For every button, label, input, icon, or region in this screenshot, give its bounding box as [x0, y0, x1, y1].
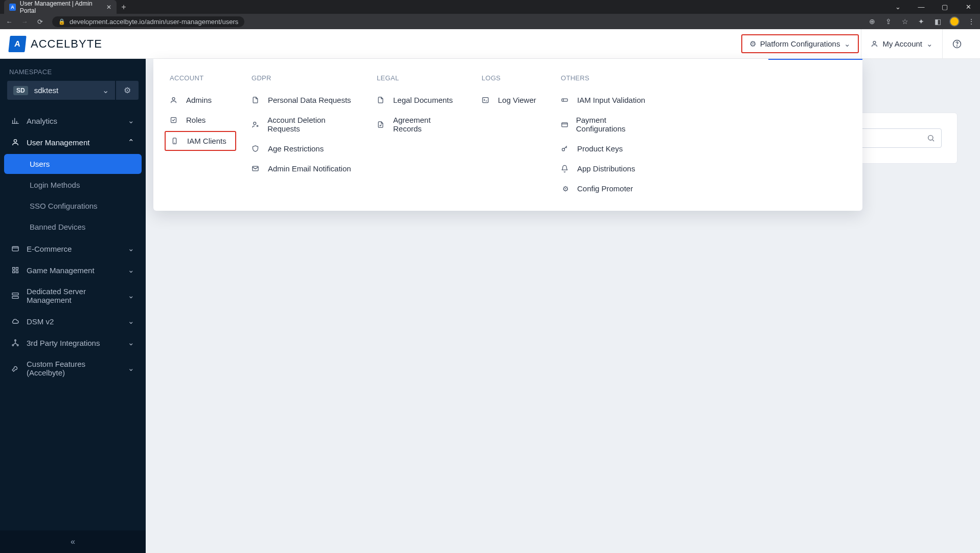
chevron-down-icon[interactable]: ⌄: [886, 0, 909, 14]
sidebar-item-label: Game Management: [27, 266, 95, 275]
mega-heading: LOGS: [476, 74, 545, 82]
kebab-menu-icon[interactable]: ⋮: [967, 17, 976, 26]
chevron-down-icon: ⌄: [128, 116, 134, 125]
sidebar-collapse-button[interactable]: «: [0, 530, 146, 553]
mega-item-label: App Distributions: [577, 164, 635, 173]
close-window-icon[interactable]: ✕: [956, 0, 980, 14]
mega-item-personal-data-requests[interactable]: Personal Data Requests: [246, 91, 361, 109]
mega-item-log-viewer[interactable]: Log Viewer: [476, 91, 545, 109]
mega-item-age-restrictions[interactable]: Age Restrictions: [246, 140, 361, 158]
share-icon[interactable]: ⇪: [884, 17, 893, 26]
checkbox-icon: [170, 116, 179, 124]
minimize-icon[interactable]: —: [909, 0, 933, 14]
new-tab-button[interactable]: +: [117, 0, 131, 14]
gear-icon: ⚙: [561, 185, 570, 193]
svg-point-3: [14, 140, 16, 142]
mega-item-label: Payment Configurations: [576, 116, 648, 133]
toolbar-right: ⊕ ⇪ ☆ ✦ ◧ ⋮: [868, 16, 976, 27]
forward-button: →: [19, 18, 30, 26]
sidebar-item-label: Users: [30, 160, 50, 168]
close-tab-icon[interactable]: ✕: [106, 4, 111, 11]
browser-tab[interactable]: A User Management | Admin Portal ✕: [4, 0, 117, 14]
svg-rect-5: [13, 268, 15, 270]
reload-button[interactable]: ⟳: [35, 18, 45, 26]
mega-heading: LEGAL: [372, 74, 466, 82]
mega-item-admins[interactable]: Admins: [165, 91, 236, 109]
browser-chrome: A User Management | Admin Portal ✕ + ⌄ —…: [0, 0, 980, 29]
mega-item-admin-email-notification[interactable]: Admin Email Notification: [246, 160, 361, 178]
mega-item-roles[interactable]: Roles: [165, 111, 236, 129]
bookmark-icon[interactable]: ☆: [900, 17, 909, 26]
mega-item-agreement-records[interactable]: Agreement Records: [372, 111, 466, 138]
svg-rect-8: [16, 271, 18, 273]
svg-rect-20: [483, 98, 488, 103]
mega-item-config-promoter[interactable]: ⚙ Config Promoter: [556, 180, 653, 197]
platform-configurations-button[interactable]: ⚙ Platform Configurations ⌄: [741, 34, 859, 53]
sidebar-subitem-login-methods[interactable]: Login Methods: [4, 175, 142, 195]
wrench-icon: [11, 364, 19, 372]
namespace-selector-row: SD sdktest ⌄ ⚙: [0, 81, 146, 107]
mega-item-payment-configurations[interactable]: Payment Configurations: [556, 111, 653, 138]
sidebar-item-user-management[interactable]: User Management ⌃: [0, 131, 146, 153]
mail-icon: [252, 165, 261, 172]
sidebar-item-analytics[interactable]: Analytics ⌄: [0, 110, 146, 131]
mega-col-others: OTHERS IAM Input Validation Payment Conf…: [556, 74, 653, 197]
platform-configurations-label: Platform Configurations: [760, 39, 840, 48]
chevron-down-icon: ⌄: [128, 364, 134, 373]
chevron-down-icon: ⌄: [128, 317, 134, 326]
zoom-icon[interactable]: ⊕: [868, 17, 877, 26]
namespace-selector[interactable]: SD sdktest ⌄: [7, 81, 115, 100]
terminal-icon: [482, 96, 491, 104]
sidebar-subitem-sso-configurations[interactable]: SSO Configurations: [4, 196, 142, 216]
namespace-settings-button[interactable]: ⚙: [116, 81, 139, 100]
profile-avatar[interactable]: [949, 16, 960, 27]
maximize-icon[interactable]: ▢: [933, 0, 956, 14]
sidebar-item-game-management[interactable]: Game Management ⌄: [0, 259, 146, 281]
svg-point-0: [873, 41, 876, 44]
sidebar-subitem-banned-devices[interactable]: Banned Devices: [4, 217, 142, 237]
document-icon: [377, 96, 386, 104]
sidebar-item-3rd-party-integrations[interactable]: 3rd Party Integrations ⌄: [0, 332, 146, 353]
logo[interactable]: A ACCELBYTE: [9, 36, 102, 52]
mega-item-app-distributions[interactable]: App Distributions: [556, 160, 653, 178]
svg-rect-6: [16, 268, 18, 270]
mega-item-account-deletion-requests[interactable]: Account Deletion Requests: [246, 111, 361, 138]
svg-rect-7: [13, 271, 15, 273]
device-icon: [171, 137, 180, 145]
mega-item-iam-clients[interactable]: IAM Clients: [165, 131, 236, 151]
svg-rect-22: [562, 122, 567, 126]
help-button[interactable]: [942, 29, 971, 58]
mega-item-label: Config Promoter: [577, 184, 633, 193]
back-button[interactable]: ←: [4, 18, 14, 26]
platform-configurations-dropdown: ACCOUNT Admins Roles IAM Clients: [153, 59, 862, 211]
panel-icon[interactable]: ◧: [933, 17, 942, 26]
address-bar[interactable]: 🔒 development.accelbyte.io/admin/user-ma…: [52, 16, 244, 27]
sidebar-item-label: Login Methods: [30, 181, 80, 189]
lock-icon: 🔒: [58, 18, 65, 25]
shield-icon: [252, 145, 261, 152]
mega-item-iam-input-validation[interactable]: IAM Input Validation: [556, 91, 653, 109]
my-account-button[interactable]: My Account ⌄: [861, 29, 942, 58]
search-icon: [927, 134, 935, 142]
mega-item-label: IAM Input Validation: [577, 96, 645, 104]
network-icon: [11, 339, 19, 347]
mega-item-product-keys[interactable]: Product Keys: [556, 140, 653, 158]
mega-item-label: Roles: [186, 116, 206, 124]
sidebar-item-custom-features[interactable]: Custom Features (Accelbyte) ⌄: [0, 353, 146, 383]
extensions-icon[interactable]: ✦: [917, 17, 926, 26]
sidebar-item-dedicated-server-management[interactable]: Dedicated Server Management ⌄: [0, 281, 146, 311]
mega-col-logs: LOGS Log Viewer: [476, 74, 545, 197]
svg-point-18: [254, 122, 256, 124]
mega-item-legal-documents[interactable]: Legal Documents: [372, 91, 466, 109]
svg-rect-10: [12, 296, 18, 298]
chevron-down-icon: ⌄: [128, 338, 134, 347]
mega-item-label: Product Keys: [577, 144, 623, 153]
mega-heading: GDPR: [246, 74, 361, 82]
svg-rect-9: [12, 293, 18, 295]
input-icon: [561, 96, 570, 104]
svg-rect-16: [171, 118, 176, 123]
sidebar-item-ecommerce[interactable]: E-Commerce ⌄: [0, 238, 146, 259]
sidebar-subitem-users[interactable]: Users: [4, 154, 142, 174]
topbar-right: ⚙ Platform Configurations ⌄ My Account ⌄: [739, 29, 971, 58]
sidebar-item-dsm-v2[interactable]: DSM v2 ⌄: [0, 311, 146, 332]
